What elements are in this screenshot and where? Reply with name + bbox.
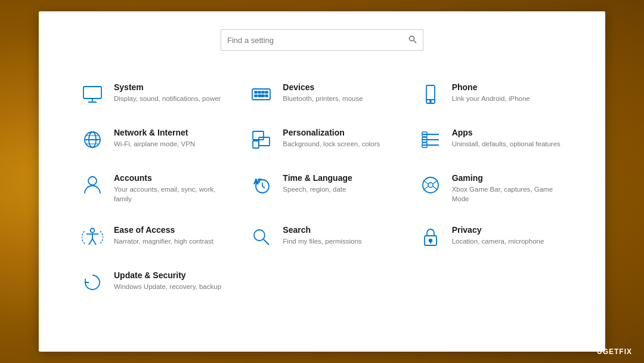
setting-title-ease: Ease of Access (114, 225, 213, 235)
setting-title-personalization: Personalization (283, 128, 380, 137)
svg-rect-22 (259, 137, 270, 146)
setting-title-privacy: Privacy (452, 225, 544, 235)
setting-desc-time: Speech, region, date (283, 184, 352, 194)
setting-title-accounts: Accounts (114, 173, 225, 183)
setting-item-update[interactable]: Update & SecurityWindows Update, recover… (69, 260, 237, 305)
svg-rect-7 (258, 91, 261, 93)
gaming-icon (419, 173, 442, 197)
setting-item-apps[interactable]: AppsUninstall, defaults, optional featur… (407, 117, 575, 162)
setting-desc-apps: Uninstall, defaults, optional features (452, 139, 561, 149)
svg-rect-6 (255, 91, 257, 93)
svg-point-0 (410, 36, 414, 41)
setting-title-gaming: Gaming (452, 173, 564, 183)
search-bar[interactable] (221, 29, 423, 51)
setting-desc-update: Windows Update, recovery, backup (114, 282, 221, 291)
setting-desc-accounts: Your accounts, email, sync, work, family (114, 184, 225, 204)
svg-rect-2 (83, 87, 101, 99)
search-container (69, 29, 575, 51)
svg-rect-23 (253, 141, 259, 148)
setting-desc-system: Display, sound, notifications, power (114, 94, 221, 103)
setting-desc-network: Wi-Fi, airplane mode, VPN (114, 139, 195, 149)
svg-point-36 (423, 177, 438, 193)
phone-icon (419, 82, 442, 106)
svg-rect-8 (262, 91, 264, 93)
setting-desc-personalization: Background, lock screen, colors (283, 139, 380, 149)
svg-point-43 (254, 230, 265, 241)
svg-rect-11 (258, 95, 264, 97)
svg-line-44 (264, 239, 269, 245)
svg-point-46 (429, 239, 432, 242)
setting-desc-ease: Narrator, magnifier, high contrast (114, 236, 213, 246)
setting-desc-phone: Link your Android, iPhone (452, 94, 530, 103)
personalization-icon (249, 128, 273, 152)
setting-item-network[interactable]: Network & InternetWi-Fi, airplane mode, … (69, 117, 237, 162)
setting-item-gaming[interactable]: GamingXbox Game Bar, captures, Game Mode (407, 162, 575, 214)
svg-point-42 (91, 229, 95, 233)
setting-title-update: Update & Security (114, 270, 221, 280)
svg-rect-9 (265, 91, 268, 93)
apps-icon (419, 128, 442, 152)
setting-title-time: Time & Language (283, 173, 352, 183)
search-icon (408, 35, 417, 45)
svg-text:T: T (258, 178, 262, 184)
setting-item-personalization[interactable]: PersonalizationBackground, lock screen, … (237, 117, 406, 162)
svg-point-15 (429, 101, 431, 102)
svg-point-30 (88, 177, 97, 185)
setting-title-system: System (114, 82, 221, 92)
devices-icon (249, 82, 273, 106)
setting-item-phone[interactable]: PhoneLink your Android, iPhone (407, 72, 575, 117)
search-input[interactable] (227, 36, 408, 45)
svg-line-38 (423, 180, 428, 184)
svg-line-1 (414, 41, 416, 43)
setting-desc-privacy: Location, camera, microphone (452, 236, 544, 246)
search-icon (249, 225, 273, 249)
setting-title-search: Search (283, 225, 361, 235)
accounts-icon (80, 173, 104, 197)
setting-title-network: Network & Internet (114, 128, 195, 137)
setting-item-time[interactable]: ATTime & LanguageSpeech, region, date (237, 162, 406, 214)
setting-desc-devices: Bluetooth, printers, mouse (283, 94, 363, 103)
setting-item-ease[interactable]: Ease of AccessNarrator, magnifier, high … (69, 214, 237, 260)
svg-point-37 (428, 183, 433, 187)
svg-rect-10 (255, 95, 257, 97)
ease-icon (80, 225, 104, 249)
svg-rect-12 (265, 95, 268, 97)
svg-rect-21 (253, 131, 264, 140)
watermark-text: UGETFIX (597, 347, 632, 356)
time-icon: AT (249, 173, 273, 197)
system-icon (80, 82, 104, 106)
network-icon (80, 128, 104, 152)
svg-line-33 (262, 186, 265, 188)
setting-desc-search: Find my files, permissions (283, 236, 361, 246)
setting-title-devices: Devices (283, 82, 363, 92)
settings-grid: SystemDisplay, sound, notifications, pow… (69, 72, 575, 305)
setting-desc-gaming: Xbox Game Bar, captures, Game Mode (452, 184, 564, 204)
setting-title-phone: Phone (452, 82, 530, 92)
svg-line-40 (423, 186, 428, 190)
setting-item-devices[interactable]: DevicesBluetooth, printers, mouse (237, 72, 406, 117)
setting-item-system[interactable]: SystemDisplay, sound, notifications, pow… (69, 72, 237, 117)
svg-line-39 (433, 180, 438, 184)
update-icon (80, 270, 104, 294)
setting-title-apps: Apps (452, 128, 561, 137)
svg-line-41 (433, 186, 438, 190)
setting-item-accounts[interactable]: AccountsYour accounts, email, sync, work… (69, 162, 237, 214)
settings-window: SystemDisplay, sound, notifications, pow… (39, 11, 605, 352)
privacy-icon (419, 225, 442, 249)
setting-item-privacy[interactable]: PrivacyLocation, camera, microphone (407, 214, 575, 260)
setting-item-search[interactable]: SearchFind my files, permissions (237, 214, 406, 260)
svg-rect-5 (252, 89, 270, 100)
